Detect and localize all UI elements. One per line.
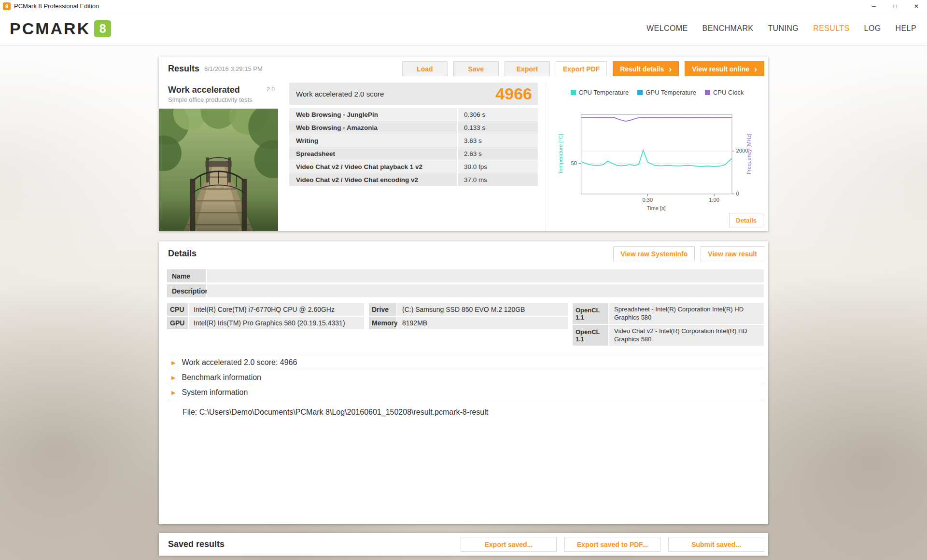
details-title: Details [168, 246, 197, 261]
nav-item-log[interactable]: LOG [864, 24, 881, 33]
minimize-icon[interactable]: ─ [863, 0, 885, 12]
close-icon[interactable]: ✕ [906, 0, 927, 12]
metric-row: Writing 3.63 s [289, 134, 538, 147]
metric-value: 30.0 fps [458, 160, 538, 173]
metric-label: Web Browsing - JunglePin [289, 108, 458, 121]
saved-results-panel: Saved results Export saved... Export sav… [159, 533, 768, 556]
submit-saved-button[interactable]: Submit saved... [668, 537, 764, 552]
legend-cpu-clock: CPU Clock [705, 89, 744, 96]
metric-row: Video Chat v2 / Video Chat playback 1 v2… [289, 160, 538, 173]
metric-value: 37.0 ms [458, 173, 538, 186]
chevron-right-icon: › [754, 65, 757, 73]
name-input[interactable] [207, 269, 764, 282]
opencl-value: Spreadsheet - Intel(R) Corporation Intel… [609, 303, 764, 324]
window-titlebar: 8 PCMark 8 Professional Edition ─ □ ✕ [0, 0, 927, 12]
description-input[interactable] [207, 284, 764, 297]
app-icon: 8 [3, 2, 11, 10]
results-panel: Results 6/1/2016 3:29:15 PM Load Save Ex… [159, 56, 768, 231]
left-axis-title: Temperature [°C] [558, 134, 563, 174]
triangle-right-icon: ▶ [171, 360, 175, 365]
gpu-value: Intel(R) Iris(TM) Pro Graphics 580 (20.1… [189, 317, 364, 329]
opencl-row: OpenCL 1.1 Spreadsheet - Intel(R) Corpor… [573, 303, 764, 324]
nav-item-tuning[interactable]: TUNING [768, 24, 799, 33]
application-window: 8 PCMark 8 Professional Edition ─ □ ✕ PC… [0, 0, 927, 560]
metric-value: 3.63 s [458, 134, 538, 147]
cpu-row: CPU Intel(R) Core(TM) i7-6770HQ CPU @ 2.… [167, 303, 364, 316]
x-axis-label: Time [s] [647, 205, 666, 211]
nav-item-help[interactable]: HELP [896, 24, 916, 33]
gpu-label: GPU [167, 317, 188, 329]
expander-label: Benchmark information [182, 373, 261, 382]
result-details-label: Result details [620, 65, 664, 73]
metric-row: Spreadsheet 2.63 s [289, 147, 538, 160]
nav-menu: WELCOME BENCHMARK TUNING RESULTS LOG HEL… [646, 24, 916, 33]
gpu-temperature-swatch-icon [637, 90, 643, 95]
export-saved-pdf-button[interactable]: Export saved to PDF... [564, 537, 660, 552]
nav-item-results[interactable]: RESULTS [813, 24, 849, 33]
maximize-icon[interactable]: □ [885, 0, 906, 12]
memory-label: Memory [369, 317, 396, 329]
chart-details-button[interactable]: Details [729, 213, 763, 227]
saved-results-title: Saved results [168, 539, 225, 549]
legend-cpu-temperature: CPU Temperature [571, 89, 629, 96]
performance-chart: 50 2000 0 0:30 1:00 Time [s] Temperature… [554, 109, 760, 215]
system-spec-grid: CPU Intel(R) Core(TM) i7-6770HQ CPU @ 2.… [167, 303, 764, 347]
view-raw-result-button[interactable]: View raw result [701, 246, 764, 261]
export-button[interactable]: Export [505, 61, 550, 76]
legend-label: CPU Clock [713, 89, 744, 96]
pcmark-logo: PCMARK 8 [10, 19, 111, 38]
opencl-label: OpenCL 1.1 [573, 303, 608, 324]
left-axis-tick: 50 [571, 160, 577, 166]
results-title: Results [168, 61, 199, 76]
memory-row: Memory 8192MB [369, 317, 568, 329]
cpu-label: CPU [167, 303, 188, 316]
metric-row: Video Chat v2 / Video Chat encoding v2 3… [289, 173, 538, 186]
chart-legend: CPU Temperature GPU Temperature CPU Cloc… [546, 89, 768, 96]
details-panel: Details View raw SystemInfo View raw res… [159, 241, 768, 524]
metric-label: Video Chat v2 / Video Chat encoding v2 [289, 173, 458, 186]
result-details-button[interactable]: Result details › [613, 61, 679, 76]
score-label: Work accelerated 2.0 score [296, 90, 384, 98]
metric-value: 2.63 s [458, 147, 538, 160]
opencl-row: OpenCL 1.1 Video Chat v2 - Intel(R) Corp… [573, 325, 764, 346]
view-raw-systeminfo-button[interactable]: View raw SystemInfo [613, 246, 695, 261]
score-header: Work accelerated 2.0 score 4966 [289, 83, 538, 105]
details-expanders: ▶ Work accelerated 2.0 score: 4966 ▶ Ben… [167, 355, 764, 400]
test-name: Work accelerated [168, 85, 240, 95]
load-button[interactable]: Load [402, 61, 448, 76]
cpu-value: Intel(R) Core(TM) i7-6770HQ CPU @ 2.60GH… [189, 303, 364, 316]
metric-label: Web Browsing - Amazonia [289, 121, 458, 134]
legend-label: CPU Temperature [579, 89, 629, 96]
expander-label: Work accelerated 2.0 score: 4966 [182, 358, 297, 367]
metric-value: 0.133 s [458, 121, 538, 134]
x-axis-tick: 1:00 [709, 197, 719, 203]
window-title: PCMark 8 Professional Edition [14, 2, 99, 10]
main-navbar: PCMARK 8 WELCOME BENCHMARK TUNING RESULT… [0, 12, 927, 45]
pcmark-logo-text: PCMARK [10, 19, 90, 38]
expander-benchmark-information[interactable]: ▶ Benchmark information [167, 370, 764, 385]
metric-value: 0.306 s [458, 108, 538, 121]
name-label: Name [167, 269, 206, 282]
nav-item-welcome[interactable]: WELCOME [646, 24, 688, 33]
triangle-right-icon: ▶ [171, 390, 175, 395]
score-value: 4966 [495, 84, 532, 103]
metric-row: Web Browsing - Amazonia 0.133 s [289, 121, 538, 134]
expander-work-accelerated-score[interactable]: ▶ Work accelerated 2.0 score: 4966 [167, 355, 764, 370]
monitoring-chart-section: CPU Temperature GPU Temperature CPU Cloc… [546, 83, 768, 231]
right-axis-title: Frequency [MHz] [746, 134, 752, 175]
export-saved-button[interactable]: Export saved... [461, 537, 557, 552]
jungle-bridge-image [159, 109, 278, 231]
legend-gpu-temperature: GPU Temperature [637, 89, 696, 96]
nav-item-benchmark[interactable]: BENCHMARK [702, 24, 754, 33]
drive-value: (C:) Samsung SSD 850 EVO M.2 120GB [397, 303, 568, 316]
expander-system-information[interactable]: ▶ System information [167, 385, 764, 400]
cpu-clock-swatch-icon [705, 90, 710, 95]
drive-label: Drive [369, 303, 396, 316]
metric-label: Writing [289, 134, 458, 147]
description-row: Description [167, 284, 764, 297]
view-result-online-button[interactable]: View result online › [685, 61, 764, 76]
opencl-label: OpenCL 1.1 [573, 325, 608, 346]
save-button[interactable]: Save [453, 61, 499, 76]
export-pdf-button[interactable]: Export PDF [556, 61, 607, 76]
window-controls: ─ □ ✕ [863, 0, 927, 12]
